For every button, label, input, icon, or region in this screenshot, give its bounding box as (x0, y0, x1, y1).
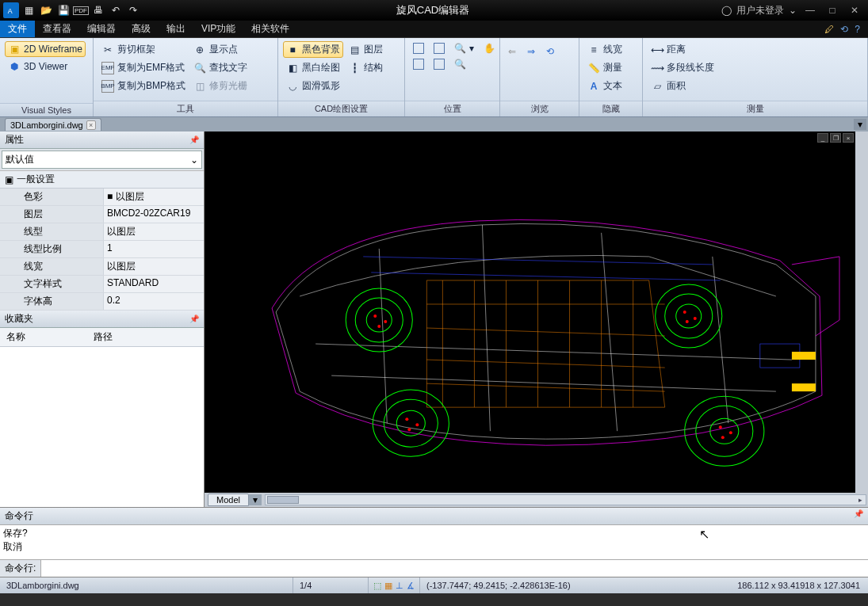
nav-home-button[interactable]: ⟲ (543, 44, 557, 59)
viewer-3d-button[interactable]: ⬢3D Viewer (5, 59, 86, 74)
menu-tab-output[interactable]: 输出 (159, 21, 193, 37)
user-status[interactable]: 用户未登录 (736, 4, 784, 17)
app-icon[interactable]: A (3, 2, 19, 18)
find-text-button[interactable]: 🔍查找文字 (190, 59, 250, 76)
tabs-dropdown-icon[interactable]: ▾ (854, 119, 866, 130)
horizontal-scrollbar[interactable]: ◂ ▸ (265, 494, 866, 505)
property-value[interactable]: ■ 以图层 (103, 189, 204, 205)
polyline-length-button[interactable]: ⟿多段线长度 (648, 59, 717, 76)
property-value[interactable]: 以图层 (103, 258, 204, 275)
property-key: 图层 (0, 206, 103, 223)
vertical-scrollbar[interactable] (855, 131, 868, 493)
structure-button[interactable]: ┇结构 (345, 59, 386, 76)
copy-bmp-button[interactable]: BMP复制为BMP格式 (98, 78, 189, 94)
maximize-button[interactable]: □ (824, 2, 841, 18)
copy-emf-button[interactable]: EMF复制为EMF格式 (98, 59, 189, 76)
default-combo[interactable]: 默认值⌄ (2, 151, 202, 169)
pan-button[interactable]: ✋ (480, 41, 499, 55)
property-value[interactable]: 1 (103, 241, 204, 257)
wireframe-2d-button[interactable]: ▣2D Wireframe (5, 41, 86, 57)
user-icon[interactable]: ◯ (721, 5, 732, 16)
arc-smooth-button[interactable]: ◡圆滑弧形 (283, 78, 343, 94)
menu-tab-editor[interactable]: 编辑器 (79, 21, 124, 37)
scroll-thumb[interactable] (267, 496, 299, 504)
settings-icon[interactable]: 🖊 (824, 24, 834, 35)
menu-tab-advanced[interactable]: 高级 (124, 21, 159, 37)
property-row[interactable]: 色彩■ 以图层 (0, 189, 204, 206)
clip-frame-button[interactable]: ✂剪切框架 (98, 41, 189, 58)
favorites-col-path[interactable]: 路径 (87, 328, 119, 346)
snap-icon[interactable]: ⬚ (373, 581, 381, 591)
menu-tab-file[interactable]: 文件 (0, 21, 35, 37)
property-section[interactable]: ▣一般设置 (0, 171, 204, 189)
command-history[interactable]: 保存? 取消 ↖ (0, 525, 868, 560)
scroll-right-icon[interactable]: ▸ (855, 495, 866, 505)
user-dropdown-icon[interactable]: ⌄ (789, 5, 797, 16)
command-input[interactable] (41, 560, 868, 577)
property-row[interactable]: 线型以图层 (0, 223, 204, 241)
area-button[interactable]: ▱面积 (648, 78, 717, 94)
property-row[interactable]: 图层BMCD2-02ZCAR19 (0, 206, 204, 223)
menu-tab-viewer[interactable]: 查看器 (35, 21, 79, 37)
linewidth-button[interactable]: ≡线宽 (584, 41, 625, 58)
viewport-restore-icon[interactable]: ❐ (830, 133, 841, 143)
viewport[interactable]: _ ❐ × (205, 131, 855, 493)
viewport-close-icon[interactable]: × (843, 133, 854, 143)
document-tab[interactable]: 3DLamborgini.dwg × (5, 118, 101, 131)
nav-back-button[interactable]: ⇐ (505, 44, 519, 59)
svg-rect-27 (792, 383, 816, 391)
zoom-window-button[interactable] (410, 41, 427, 55)
favorites-list[interactable] (0, 347, 204, 507)
minimize-button[interactable]: — (801, 2, 819, 18)
grid-icon[interactable]: ▦ (384, 581, 392, 591)
black-bg-button[interactable]: ■黑色背景 (283, 41, 343, 58)
model-tab[interactable]: Model (208, 494, 249, 506)
close-button[interactable]: ✕ (846, 2, 863, 18)
favorites-col-name[interactable]: 名称 (0, 328, 87, 346)
property-value[interactable]: 0.2 (103, 293, 204, 310)
trim-raster-button[interactable]: ◫修剪光栅 (190, 78, 250, 94)
model-tabs-dropdown-icon[interactable]: ▾ (249, 494, 262, 505)
group-label-position: 位置 (405, 101, 499, 116)
polar-icon[interactable]: ∡ (407, 581, 415, 591)
property-value[interactable]: STANDARD (103, 276, 204, 292)
bw-draw-button[interactable]: ◧黑白绘图 (283, 59, 343, 76)
zoom-out-button[interactable]: 🔍 (451, 57, 469, 71)
show-points-button[interactable]: ⊕显示点 (190, 41, 250, 58)
save-icon[interactable]: 💾 (55, 2, 71, 18)
help-icon[interactable]: ? (855, 24, 860, 35)
property-value[interactable]: 以图层 (103, 223, 204, 240)
close-tab-icon[interactable]: × (86, 120, 96, 130)
undo-icon[interactable]: ↶ (108, 2, 124, 18)
pdf-icon[interactable]: PDF (73, 2, 89, 18)
zoom-extents-button[interactable] (430, 41, 448, 55)
menu-tab-vip[interactable]: VIP功能 (193, 21, 243, 37)
property-row[interactable]: 文字样式STANDARD (0, 276, 204, 293)
cube-icon: ▣ (8, 43, 21, 55)
arc-icon: ◡ (286, 80, 299, 93)
menu-tab-related[interactable]: 相关软件 (243, 21, 297, 37)
pin-icon[interactable]: 📌 (189, 135, 199, 144)
pin-icon[interactable]: 📌 (854, 509, 863, 523)
target-icon: ⊕ (193, 44, 206, 56)
new-icon[interactable]: ▦ (21, 2, 36, 18)
open-icon[interactable]: 📂 (38, 2, 54, 18)
distance-button[interactable]: ⟷距离 (648, 41, 717, 58)
ortho-icon[interactable]: ⊥ (396, 581, 403, 591)
measure-toggle-button[interactable]: 📏测量 (584, 59, 625, 76)
property-row[interactable]: 线型比例1 (0, 241, 204, 258)
nav-forward-button[interactable]: ⇒ (524, 44, 538, 59)
pin-icon[interactable]: 📌 (189, 314, 199, 323)
viewport-minimize-icon[interactable]: _ (817, 133, 828, 143)
zoom-sel-button[interactable] (430, 57, 448, 71)
property-row[interactable]: 字体高0.2 (0, 293, 204, 311)
print-icon[interactable]: 🖶 (90, 2, 106, 18)
property-value[interactable]: BMCD2-02ZCAR19 (103, 206, 204, 223)
zoom-in-button[interactable]: 🔍▾ (451, 41, 477, 55)
refresh-icon[interactable]: ⟲ (840, 24, 848, 35)
fit-button[interactable] (410, 57, 427, 71)
redo-icon[interactable]: ↷ (125, 2, 141, 18)
property-row[interactable]: 线宽以图层 (0, 258, 204, 276)
text-toggle-button[interactable]: A文本 (584, 78, 625, 94)
layers-button[interactable]: ▤图层 (345, 41, 386, 58)
